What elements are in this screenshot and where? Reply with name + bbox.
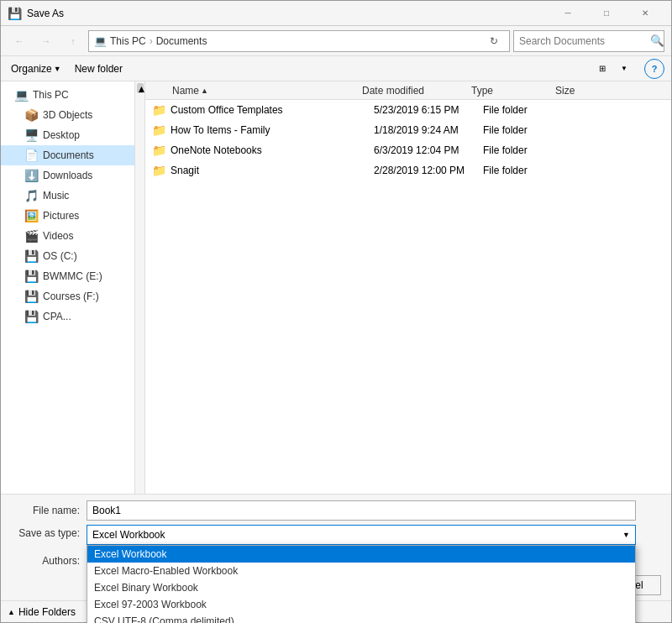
file-type: File folder [483,144,567,156]
up-button[interactable]: ↑ [61,30,85,52]
file-date: 6/3/2019 12:04 PM [374,144,483,156]
file-list-area: ▲ Name ▲ Date modified Type [135,81,671,494]
dialog-title: Save As [27,8,64,19]
file-type: File folder [483,165,567,176]
forward-button[interactable]: → [34,30,58,52]
sidebar-label-documents: Documents [43,149,94,161]
sidebar: 💻 This PC 📦 3D Objects 🖥️ Desktop 📄 Docu… [1,81,135,494]
computer-icon: 💻 [94,35,107,47]
file-list-scroll: 📁 Custom Office Templates 5/23/2019 6:15… [145,100,671,494]
file-type: File folder [483,104,567,116]
sidebar-item-music[interactable]: 🎵 Music [1,186,134,206]
dropdown-option-binary-workbook[interactable]: Excel Binary Workbook [87,579,635,596]
col-header-date[interactable]: Date modified [362,81,471,99]
save-as-type-label: Save as type: [11,525,87,539]
sort-arrow-icon: ▲ [201,86,208,95]
address-folder[interactable]: Documents [156,35,207,47]
dropdown-option-excel-workbook[interactable]: Excel Workbook [87,546,635,563]
folder-icon: 📁 [152,164,165,177]
organize-button[interactable]: Organize ▼ [8,59,65,79]
sidebar-item-documents[interactable]: 📄 Documents [1,145,134,165]
sidebar-label-downloads: Downloads [43,170,92,181]
folder-icon: 📁 [152,123,165,137]
table-row[interactable]: 📁 OneNote Notebooks 6/3/2019 12:04 PM Fi… [145,140,671,160]
file-date: 2/28/2019 12:00 PM [374,165,483,176]
dropdown-option-macro-enabled[interactable]: Excel Macro-Enabled Workbook [87,563,635,579]
organize-label: Organize [11,63,52,75]
address-path: This PC › Documents [110,35,480,47]
pictures-icon: 🖼️ [24,209,38,222]
table-row[interactable]: 📁 Custom Office Templates 5/23/2019 6:15… [145,100,671,120]
col-header-name[interactable]: Name ▲ [152,81,362,99]
view-controls: ⊞ ▼ ? [592,59,664,79]
hide-folders-button[interactable]: ▲ Hide Folders [8,606,76,618]
hide-folders-label: Hide Folders [18,606,76,618]
save-as-type-value: Excel Workbook [92,529,165,541]
second-toolbar: Organize ▼ New folder ⊞ ▼ ? [1,56,671,81]
folder-icon: 📁 [152,103,165,117]
save-as-type-row: Save as type: Excel Workbook ▼ Excel Wor… [11,525,661,547]
authors-label: Authors: [11,555,87,567]
sidebar-item-this-pc[interactable]: 💻 This PC [1,85,134,105]
sidebar-label-bwmmc: BWMMC (E:) [43,270,102,282]
refresh-button[interactable]: ↻ [484,31,504,51]
address-pc[interactable]: This PC [110,35,146,47]
sidebar-label-cpa: CPA... [43,311,71,322]
sidebar-item-bwmmc-e[interactable]: 💾 BWMMC (E:) [1,266,134,286]
sidebar-item-desktop[interactable]: 🖥️ Desktop [1,125,134,145]
documents-icon: 📄 [24,149,38,162]
view-options-button[interactable]: ⊞ [592,59,612,79]
search-button[interactable]: 🔍 [650,31,664,51]
sidebar-label-pictures: Pictures [43,210,79,222]
desktop-icon: 🖥️ [24,128,38,142]
file-date: 1/18/2019 9:24 AM [374,124,483,136]
sidebar-item-cpa[interactable]: 💾 CPA... [1,306,134,327]
file-name: Snagit [171,165,374,176]
save-as-dialog: 💾 Save As ─ □ ✕ ← → ↑ 💻 This PC › Docume… [0,0,672,623]
help-button[interactable]: ? [644,59,664,79]
downloads-icon: ⬇️ [24,169,38,182]
dropdown-option-97-2003[interactable]: Excel 97-2003 Workbook [87,596,635,613]
table-row[interactable]: 📁 How To Items - Family 1/18/2019 9:24 A… [145,120,671,140]
organize-chevron-icon: ▼ [54,65,61,73]
sidebar-item-courses-f[interactable]: 💾 Courses (F:) [1,286,134,306]
chevron-left-icon: ▲ [8,608,15,616]
sidebar-item-os-c[interactable]: 💾 OS (C:) [1,246,134,266]
bwmmc-icon: 💾 [24,270,38,283]
sidebar-label-os-c: OS (C:) [43,250,77,262]
sidebar-item-videos[interactable]: 🎬 Videos [1,226,134,246]
courses-icon: 💾 [24,290,38,303]
dropdown-arrow-icon: ▼ [622,531,630,539]
title-bar-controls: ─ □ ✕ [549,1,664,26]
title-bar: 💾 Save As ─ □ ✕ [1,1,671,26]
new-folder-label: New folder [75,63,123,75]
file-name: OneNote Notebooks [171,144,374,156]
minimize-button[interactable]: ─ [549,1,587,26]
sidebar-item-downloads[interactable]: ⬇️ Downloads [1,165,134,186]
sidebar-item-3d-objects[interactable]: 📦 3D Objects [1,105,134,125]
save-as-type-dropdown-container: Excel Workbook ▼ Excel Workbook Excel Ma… [87,525,636,545]
folder-icon: 📁 [152,144,165,157]
table-row[interactable]: 📁 Snagit 2/28/2019 12:00 PM File folder [145,160,671,181]
save-as-type-trigger[interactable]: Excel Workbook ▼ [87,525,636,545]
file-name-label: File name: [11,505,87,516]
new-folder-button[interactable]: New folder [71,59,126,79]
search-input[interactable] [514,31,650,51]
col-header-size[interactable]: Size [555,81,622,99]
sidebar-label-courses: Courses (F:) [43,291,99,302]
col-header-type[interactable]: Type [471,81,555,99]
sidebar-item-pictures[interactable]: 🖼️ Pictures [1,206,134,226]
videos-icon: 🎬 [24,229,38,243]
maximize-button[interactable]: □ [587,1,626,26]
close-button[interactable]: ✕ [626,1,664,26]
dropdown-option-csv-utf8[interactable]: CSV UTF-8 (Comma delimited) [87,613,635,623]
path-separator: › [150,35,153,47]
file-name-input[interactable] [87,500,636,521]
search-box: 🔍 [513,30,664,52]
file-name: Custom Office Templates [171,104,374,116]
back-button[interactable]: ← [8,30,31,52]
file-type: File folder [483,124,567,136]
view-dropdown-button[interactable]: ▼ [614,59,634,79]
scroll-up-button[interactable]: ▲ [137,83,144,93]
bottom-form: File name: Save as type: Excel Workbook … [1,494,671,600]
